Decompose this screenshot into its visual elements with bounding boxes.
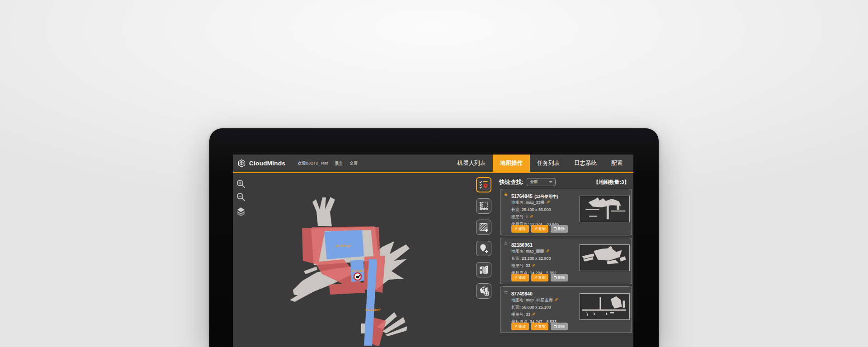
poi-add-icon: [478, 243, 489, 254]
field-size: 长宽: 56.600 x 25.100: [511, 304, 558, 311]
edit-pencil-icon[interactable]: ✎: [532, 311, 535, 318]
edit-pencil-icon[interactable]: ✎: [546, 199, 550, 206]
tool-measure-area[interactable]: [476, 198, 491, 214]
field-name: 地图名: map_腿腿✎: [511, 248, 557, 255]
map-id: 87749840: [511, 291, 533, 296]
map-marker-icon: [478, 264, 489, 275]
tool-poi-add[interactable]: [476, 241, 491, 256]
map-card: ☆ 82186961 地图名: map_腿腿✎ 长宽: 23.200 x 22.…: [500, 238, 632, 284]
top-navbar: CloudMinds 欢迎BJDT2_Test 退出 全屏 机器人列表 地图操作…: [233, 155, 633, 173]
tool-map-marker[interactable]: [476, 262, 491, 277]
in-use-badge: (12号使用中): [534, 194, 558, 199]
edit-pencil-icon[interactable]: ✎: [554, 296, 558, 304]
map-card: ☆ 87749840 地图名: map_33层走廊✎ 长宽: 56.600 x …: [500, 286, 632, 333]
welcome-text: 欢迎BJDT2_Test: [297, 160, 328, 166]
map-thumbnail: [580, 196, 630, 222]
map-canvas[interactable]: 40.519m² 8.614m² 30.218m²: [233, 173, 477, 346]
panel-header: 快速查找: 全部 【地图数量:3】: [499, 178, 629, 186]
edit-button[interactable]: ✎修改: [511, 274, 529, 281]
edit-pencil-icon[interactable]: ✎: [532, 262, 535, 269]
field-floor: 楼层号: 1✎: [511, 213, 559, 220]
no-entry-sign-icon: [354, 273, 361, 280]
chevron-down-icon: [549, 181, 552, 183]
edit-pencil-icon[interactable]: ✎: [546, 248, 549, 255]
measure-area-icon: [478, 201, 489, 211]
field-name: 地图名: map_33层走廊✎: [511, 296, 558, 304]
copy-button[interactable]: ✎复制: [531, 225, 549, 233]
delete-button[interactable]: 删除: [551, 225, 568, 233]
fullscreen-link[interactable]: 全屏: [349, 160, 358, 166]
tool-virtual-wall-add[interactable]: [476, 220, 491, 235]
tab-map-operation[interactable]: 地图操作: [493, 155, 530, 172]
brand-name: CloudMinds: [249, 160, 285, 167]
delete-button[interactable]: 删除: [551, 274, 568, 281]
tab-config[interactable]: 配置: [604, 155, 630, 172]
copy-button[interactable]: ✎复制: [531, 274, 549, 281]
map-list-panel: 快速查找: 全部 【地图数量:3】 ★ 51764845 (12号使用中): [497, 173, 633, 346]
app-screen: CloudMinds 欢迎BJDT2_Test 退出 全屏 机器人列表 地图操作…: [233, 155, 633, 347]
quick-search-label: 快速查找:: [499, 178, 524, 186]
virtual-wall-add-icon: [478, 222, 489, 233]
map-thumbnail: [580, 293, 630, 320]
map-id: 51764845: [511, 193, 533, 199]
map-count: 【地图数量:3】: [594, 179, 629, 186]
star-icon[interactable]: ☆: [504, 289, 508, 295]
tab-robot-list[interactable]: 机器人列表: [450, 155, 493, 172]
tool-task-location[interactable]: [476, 177, 491, 192]
map-thumbnail: [580, 244, 630, 271]
trash-icon: [554, 276, 557, 279]
field-size: 长宽: 25.400 x 50.000: [511, 206, 559, 213]
filter-selected-value: 全部: [530, 179, 549, 185]
field-floor: 楼层号: 33✎: [511, 262, 557, 269]
star-icon[interactable]: ★: [504, 192, 508, 197]
webcam-dot: [433, 136, 435, 139]
main-menu: 机器人列表 地图操作 任务列表 日志系统 配置: [450, 155, 630, 172]
tab-log-system[interactable]: 日志系统: [567, 155, 604, 172]
area-label-1: 40.519m²: [335, 244, 351, 248]
delete-button[interactable]: 删除: [551, 323, 568, 330]
cloudminds-logo-icon: [237, 159, 246, 168]
layers-icon[interactable]: [236, 206, 246, 217]
map-controls: [236, 178, 246, 217]
zoom-out-icon[interactable]: [236, 192, 246, 202]
star-icon[interactable]: ☆: [504, 240, 508, 246]
edit-button[interactable]: ✎修改: [511, 225, 529, 233]
map-card: ★ 51764845 (12号使用中) 地图名: map_33楼✎ 长宽: 25…: [500, 189, 632, 235]
logout-link[interactable]: 退出: [335, 160, 343, 166]
filter-select[interactable]: 全部: [527, 178, 556, 186]
main-content: 40.519m² 8.614m² 30.218m²: [233, 173, 633, 346]
map-upload-icon: [478, 286, 489, 296]
tool-map-upload[interactable]: [476, 283, 491, 299]
edit-button[interactable]: ✎修改: [511, 323, 529, 330]
tab-task-list[interactable]: 任务列表: [530, 155, 567, 172]
field-floor: 楼层号: 33✎: [511, 311, 558, 318]
copy-button[interactable]: ✎复制: [531, 323, 549, 330]
field-size: 长宽: 23.200 x 22.900: [511, 255, 557, 262]
laptop-frame: CloudMinds 欢迎BJDT2_Test 退出 全屏 机器人列表 地图操作…: [209, 128, 659, 347]
zoom-in-icon[interactable]: [236, 178, 246, 189]
trash-icon: [554, 227, 557, 230]
area-label-2: 8.614m²: [352, 269, 365, 273]
task-location-icon: [478, 179, 489, 190]
field-name: 地图名: map_33楼✎: [511, 199, 559, 206]
map-id: 82186961: [511, 242, 533, 248]
edit-pencil-icon[interactable]: ✎: [529, 213, 533, 220]
map-toolbar: [476, 177, 491, 299]
trash-icon: [554, 325, 557, 328]
area-label-3: 30.218m²: [365, 308, 381, 312]
brand: CloudMinds: [237, 155, 285, 172]
